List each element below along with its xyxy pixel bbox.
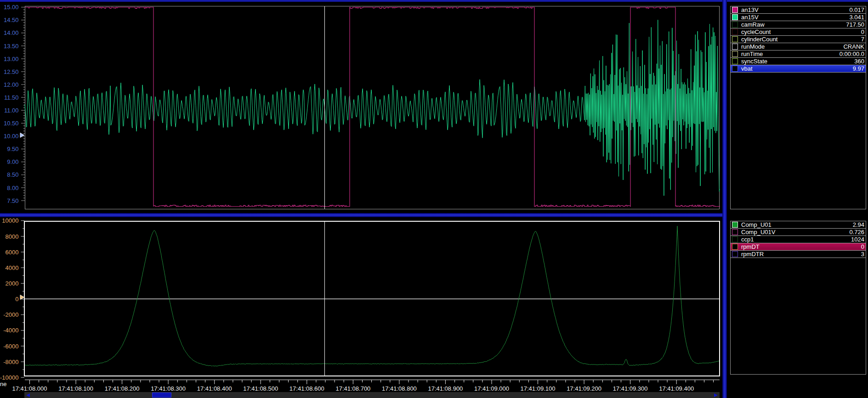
svg-text:17:41:09.300: 17:41:09.300 xyxy=(613,385,648,392)
svg-text:4000: 4000 xyxy=(6,264,19,271)
svg-text:11.50: 11.50 xyxy=(4,94,19,101)
svg-text:10.50: 10.50 xyxy=(4,120,19,127)
svg-text:7.50: 7.50 xyxy=(7,197,18,204)
svg-text:9.50: 9.50 xyxy=(7,146,18,152)
svg-text:12.50: 12.50 xyxy=(4,68,19,75)
svg-text:2000: 2000 xyxy=(6,280,19,287)
svg-text:-6000: -6000 xyxy=(3,343,18,350)
svg-text:8000: 8000 xyxy=(6,233,19,240)
svg-text:-10000: -10000 xyxy=(0,374,18,381)
svg-text:ne: ne xyxy=(0,381,6,387)
svg-text:0: 0 xyxy=(15,296,18,303)
svg-text:17:41:08.200: 17:41:08.200 xyxy=(105,385,140,392)
svg-text:17:41:08.900: 17:41:08.900 xyxy=(428,385,463,392)
svg-text:17:41:08.800: 17:41:08.800 xyxy=(382,385,417,392)
svg-text:17:41:09.400: 17:41:09.400 xyxy=(659,385,694,392)
svg-text:-2000: -2000 xyxy=(3,311,18,318)
svg-text:8.00: 8.00 xyxy=(7,185,18,191)
svg-text:10000: 10000 xyxy=(2,217,18,224)
svg-text:17:41:09.000: 17:41:09.000 xyxy=(474,385,509,392)
svg-text:12.00: 12.00 xyxy=(4,81,19,88)
svg-text:14.50: 14.50 xyxy=(4,17,19,23)
svg-text:6000: 6000 xyxy=(6,249,19,256)
svg-text:14.00: 14.00 xyxy=(4,29,19,36)
svg-text:-4000: -4000 xyxy=(3,327,18,334)
svg-text:11.00: 11.00 xyxy=(4,107,19,114)
svg-text:8.50: 8.50 xyxy=(7,171,18,178)
svg-text:17:41:08.500: 17:41:08.500 xyxy=(243,385,278,392)
svg-text:17:41:08.700: 17:41:08.700 xyxy=(335,385,370,392)
svg-text:17:41:08.600: 17:41:08.600 xyxy=(289,385,324,392)
svg-text:17:41:09.100: 17:41:09.100 xyxy=(521,385,556,392)
svg-text:-8000: -8000 xyxy=(3,359,18,365)
svg-text:15.00: 15.00 xyxy=(4,4,19,11)
svg-text:17:41:08.300: 17:41:08.300 xyxy=(151,385,186,392)
svg-text:17:41:09.200: 17:41:09.200 xyxy=(567,385,601,392)
svg-text:10.00: 10.00 xyxy=(4,133,19,140)
svg-text:17:41:08.400: 17:41:08.400 xyxy=(197,385,232,392)
svg-text:17:41:08.100: 17:41:08.100 xyxy=(58,385,93,392)
svg-text:17:41:08.000: 17:41:08.000 xyxy=(12,385,47,392)
svg-text:13.00: 13.00 xyxy=(4,56,19,62)
svg-text:13.50: 13.50 xyxy=(4,43,19,50)
svg-text:9.00: 9.00 xyxy=(7,158,18,165)
